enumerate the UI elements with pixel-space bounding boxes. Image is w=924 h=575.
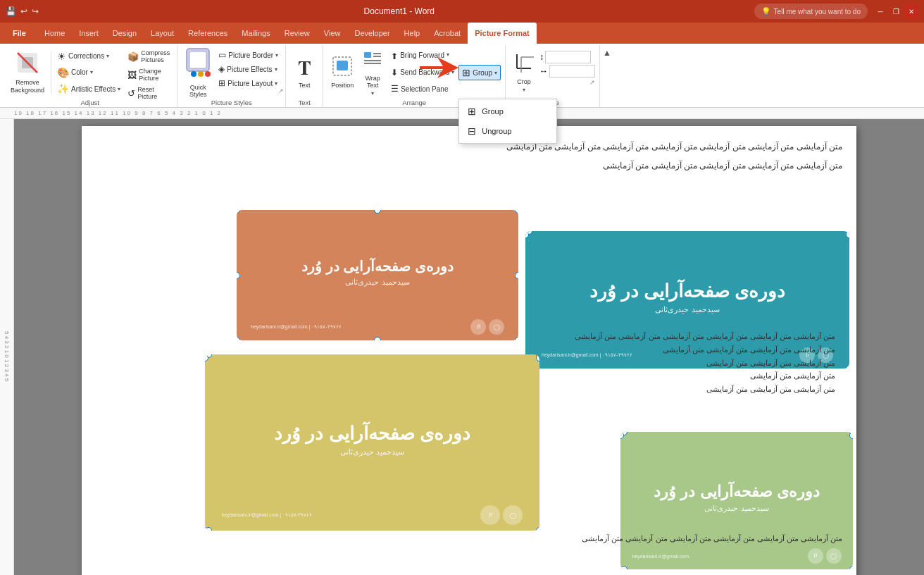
position-icon (332, 56, 352, 80)
handle-tr[interactable] (515, 210, 518, 214)
tab-references[interactable]: References (181, 23, 235, 44)
tab-mailings[interactable]: Mailings (235, 23, 277, 44)
svg-rect-10 (364, 52, 371, 58)
handle-mr[interactable] (515, 272, 518, 279)
position-label: Position (331, 82, 354, 89)
card-4-contact: heydarisani.ir@gmail.com (632, 554, 689, 559)
text-group-label: Text (290, 97, 318, 109)
c2-handle-tm[interactable] (525, 231, 532, 235)
c4-handle-bm[interactable] (620, 566, 628, 569)
restore-icon[interactable]: ❐ (889, 4, 903, 18)
group-icon: ⊞ (462, 67, 470, 78)
tab-review[interactable]: Review (277, 23, 317, 44)
tell-me-box[interactable]: 💡 Tell me what you want to do (754, 4, 868, 19)
quick-styles-button[interactable]: QuickStyles (182, 48, 214, 97)
picture-effects-button[interactable]: ◈ Picture Effects ▾ (216, 63, 281, 75)
artistic-effects-button[interactable]: ✨ Artistic Effects ▾ (54, 82, 123, 96)
width-input[interactable] (549, 65, 595, 78)
card-4[interactable]: دوره‌ی صفحه‌آرایی در وُرد سیدحمید حیدری‌… (620, 432, 853, 569)
c2-handle-ml[interactable] (525, 231, 529, 238)
handle-bl[interactable] (237, 337, 240, 340)
c3-handle-tm[interactable] (205, 354, 212, 358)
format-dialog-launcher[interactable]: ↗ (278, 87, 284, 94)
undo-icon[interactable]: ↩ (20, 6, 27, 16)
card-4-title: دوره‌ی صفحه‌آرایی در وُرد (654, 483, 819, 501)
border-dropdown-arrow: ▾ (275, 52, 278, 58)
corrections-label: Corrections (68, 52, 104, 60)
crop-arrow: ▾ (523, 87, 525, 93)
crop-label: Crop (517, 78, 531, 85)
remove-background-button[interactable]: RemoveBackground (7, 48, 48, 97)
compress-button[interactable]: 📦 CompressPictures (125, 48, 173, 65)
c4-handle-tl[interactable] (620, 432, 624, 435)
crop-icon (514, 53, 534, 77)
wrap-text-arrow: ▾ (371, 90, 374, 97)
collapse-ribbon[interactable]: ▲ (600, 45, 614, 107)
close-icon[interactable]: ✕ (904, 4, 918, 18)
corrections-button[interactable]: ☀ Corrections ▾ (54, 49, 123, 63)
card-1[interactable]: دوره‌ی صفحه‌آرایی در وُرد سیدحمید حیدری‌… (237, 210, 518, 340)
change-picture-button[interactable]: 🖼 ChangePicture (125, 66, 173, 83)
picture-layout-icon: ⊞ (218, 78, 225, 88)
tab-acrobat[interactable]: Acrobat (427, 23, 468, 44)
group-menu-item[interactable]: ⊞ Group (459, 101, 556, 121)
adjust-group: RemoveBackground ☀ Corrections ▾ 🎨 Color… (3, 45, 177, 107)
c4-handle-mr[interactable] (849, 432, 853, 439)
tab-picture-format[interactable]: Picture Format (468, 23, 537, 44)
c2-handle-tr[interactable] (846, 231, 849, 235)
color-button[interactable]: 🎨 Color ▾ (54, 66, 123, 80)
c2-handle-br[interactable] (846, 365, 849, 369)
picture-effects-icon: ◈ (218, 64, 225, 74)
c3-handle-tl[interactable] (205, 354, 208, 358)
c3-handle-ml[interactable] (205, 354, 208, 361)
c4-handle-br[interactable] (849, 566, 853, 569)
tab-file[interactable]: File (3, 23, 36, 44)
c3-handle-br[interactable] (536, 527, 539, 531)
minimize-icon[interactable]: ─ (873, 4, 887, 18)
bring-forward-button[interactable]: ⬆ Bring Forward ▾ (388, 50, 457, 63)
wrap-text-icon (363, 49, 382, 73)
height-input[interactable] (545, 51, 591, 63)
handle-bm[interactable] (374, 337, 381, 340)
group-label: Group (473, 69, 492, 77)
c4-handle-ml[interactable] (620, 432, 624, 439)
c4-handle-tm[interactable] (620, 432, 628, 435)
collapse-icon[interactable]: ▲ (603, 48, 611, 58)
position-button[interactable]: Position (327, 48, 357, 97)
group-button[interactable]: ⊞ Group ▾ (458, 65, 501, 80)
tab-insert[interactable]: Insert (72, 23, 106, 44)
redo-icon[interactable]: ↪ (32, 6, 39, 16)
size-expand-icon[interactable]: ↗ (589, 79, 595, 86)
c2-handle-tl[interactable] (525, 231, 529, 235)
handle-ml[interactable] (237, 272, 240, 279)
c4-handle-bl[interactable] (620, 566, 624, 569)
picture-layout-button[interactable]: ⊞ Picture Layout ▾ (216, 77, 281, 89)
handle-tm[interactable] (374, 210, 381, 214)
selection-pane-button[interactable]: ☰ Selection Pane (388, 82, 457, 95)
text-button[interactable]: 𝐓 Text (290, 48, 318, 97)
picture-border-button[interactable]: ▭ Picture Border ▾ (216, 49, 281, 61)
card-3[interactable]: دوره‌ی صفحه‌آرایی در وُرد سیدحمید حیدری‌… (205, 354, 539, 531)
c4-handle-tr[interactable] (849, 432, 853, 435)
save-icon[interactable]: 💾 (6, 6, 16, 16)
tab-help[interactable]: Help (397, 23, 427, 44)
tab-home[interactable]: Home (37, 23, 72, 44)
tab-view[interactable]: View (317, 23, 348, 44)
ungroup-menu-item[interactable]: ⊟ Ungroup (459, 121, 556, 141)
artistic-effects-icon: ✨ (57, 83, 69, 94)
tab-developer[interactable]: Developer (347, 23, 397, 44)
c3-handle-bm[interactable] (205, 527, 212, 531)
handle-tl[interactable] (237, 210, 240, 214)
tab-design[interactable]: Design (106, 23, 144, 44)
crop-button[interactable]: Crop ▾ (510, 48, 538, 97)
send-backward-button[interactable]: ⬇ Send Backward ▾ (388, 66, 457, 79)
card-3-subtitle: سیدحمید حیدری‌ثانی (340, 447, 404, 457)
color-icon: 🎨 (57, 67, 69, 78)
document-scroll[interactable]: متن آزمایشی متن آزمایشی متن آزمایشی متن … (14, 119, 924, 575)
c3-handle-bl[interactable] (205, 527, 208, 531)
tab-layout[interactable]: Layout (144, 23, 181, 44)
adjust-col2: 📦 CompressPictures 🖼 ChangePicture ↺ Res… (125, 48, 173, 97)
bring-forward-icon: ⬆ (391, 51, 398, 61)
wrap-text-button[interactable]: WrapText ▾ (358, 48, 387, 97)
c2-handle-mr[interactable] (846, 231, 849, 238)
